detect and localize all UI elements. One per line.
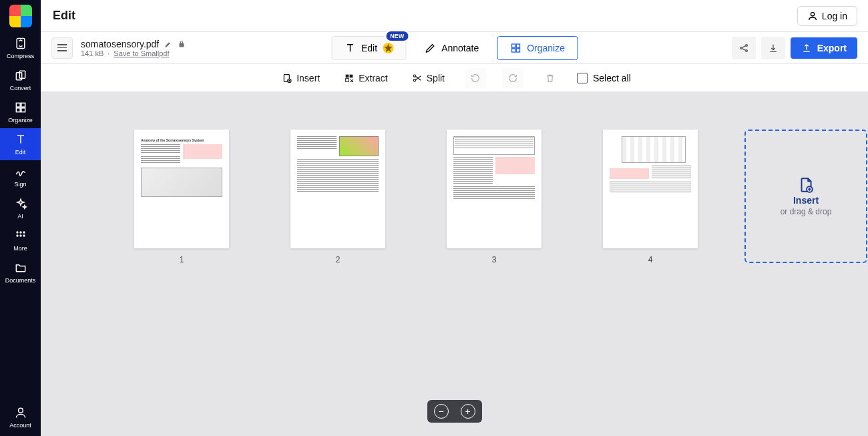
- svg-rect-15: [511, 44, 515, 47]
- compress-icon: [14, 37, 27, 50]
- rotate-left-button: [465, 68, 486, 88]
- scissors-icon: [412, 73, 423, 83]
- sidebar-item-account[interactable]: Account: [9, 401, 31, 433]
- file-header: somatosensory.pdf 141 kB · Save to Small…: [41, 32, 868, 64]
- sidebar-item-organize[interactable]: Organize: [0, 96, 41, 128]
- export-button[interactable]: Export: [791, 37, 857, 59]
- svg-point-21: [745, 49, 747, 51]
- svg-point-14: [811, 12, 814, 15]
- login-label: Log in: [822, 11, 847, 21]
- rotate-right-icon: [507, 73, 518, 83]
- sign-icon: [14, 165, 27, 178]
- app-logo[interactable]: [0, 0, 41, 32]
- page-number: 1: [180, 255, 184, 264]
- split-button[interactable]: Split: [408, 70, 449, 86]
- svg-rect-3: [16, 103, 20, 107]
- svg-rect-25: [350, 74, 353, 77]
- page-thumbnail[interactable]: Anatomy of the Somatosensory System: [134, 130, 229, 264]
- sidebar-label: Convert: [10, 85, 31, 91]
- svg-point-11: [19, 234, 21, 236]
- svg-point-20: [745, 44, 747, 46]
- download-icon: [768, 43, 779, 53]
- sidebar-item-more[interactable]: More: [0, 224, 41, 256]
- svg-rect-6: [21, 108, 25, 112]
- tool-label: Insert: [296, 73, 320, 83]
- select-all-checkbox[interactable]: Select all: [577, 73, 631, 83]
- new-badge: NEW: [385, 30, 409, 42]
- trash-icon: [545, 73, 556, 83]
- svg-rect-2: [19, 71, 25, 78]
- sidebar-item-documents[interactable]: Documents: [0, 256, 41, 288]
- folder-icon: [14, 261, 27, 274]
- organize-icon: [509, 42, 521, 54]
- text-icon: [344, 42, 356, 54]
- rotate-right-button: [502, 68, 523, 88]
- tool-label: Split: [427, 73, 445, 83]
- sidebar-item-ai[interactable]: AI: [0, 192, 41, 224]
- page-canvas: Anatomy of the Somatosensory System: [41, 92, 868, 436]
- mode-tab-annotate[interactable]: Annotate: [411, 36, 491, 60]
- sidebar-item-sign[interactable]: Sign: [0, 160, 41, 192]
- organize-toolbar: Insert Extract Split Select all: [41, 64, 868, 92]
- insert-file-icon: [797, 176, 815, 194]
- mode-tab-edit[interactable]: Edit NEW: [331, 36, 406, 60]
- page-number: 4: [648, 255, 653, 264]
- file-name: somatosensory.pdf: [81, 39, 159, 49]
- share-button[interactable]: [732, 37, 756, 59]
- page-title: Edit: [51, 9, 75, 23]
- svg-point-12: [23, 234, 25, 236]
- insert-drop-target[interactable]: Insert or drag & drop: [744, 130, 867, 263]
- mode-label: Annotate: [441, 43, 479, 53]
- sidebar-item-convert[interactable]: Convert: [0, 64, 41, 96]
- svg-rect-17: [511, 48, 515, 51]
- page-thumbnail[interactable]: 4: [603, 130, 698, 264]
- sidebar-item-compress[interactable]: Compress: [0, 32, 41, 64]
- doc-heading: Anatomy of the Somatosensory System: [141, 139, 222, 142]
- sidebar-item-edit[interactable]: Edit: [0, 128, 41, 160]
- mode-tab-organize[interactable]: Organize: [497, 36, 578, 60]
- grid-icon: [14, 229, 27, 242]
- checkbox-icon: [577, 73, 588, 83]
- save-link[interactable]: Save to Smallpdf: [114, 49, 169, 57]
- pen-icon: [424, 42, 436, 54]
- extract-button[interactable]: Extract: [340, 70, 392, 86]
- svg-rect-24: [346, 74, 349, 77]
- convert-icon: [14, 69, 27, 82]
- page-number: 3: [492, 255, 497, 264]
- insert-sublabel: or drag & drop: [781, 207, 832, 216]
- tool-label: Extract: [359, 73, 388, 83]
- zoom-in-button[interactable]: +: [461, 404, 475, 419]
- sidebar-label: Documents: [5, 277, 36, 284]
- menu-button[interactable]: [51, 37, 73, 59]
- lock-icon[interactable]: [178, 40, 186, 48]
- svg-rect-4: [21, 103, 25, 107]
- app-header: Edit Log in: [41, 0, 868, 32]
- sidebar-label: Edit: [15, 149, 26, 156]
- upload-icon: [801, 43, 812, 53]
- ai-sparkle-icon: [14, 197, 27, 210]
- tool-label: Select all: [593, 73, 631, 83]
- sidebar-label: Sign: [14, 181, 26, 188]
- sidebar-label: AI: [17, 213, 23, 220]
- page-number: 2: [336, 255, 341, 264]
- login-button[interactable]: Log in: [797, 6, 857, 26]
- svg-rect-18: [516, 48, 519, 51]
- zoom-controls: − +: [427, 400, 482, 423]
- svg-rect-5: [16, 108, 20, 112]
- pencil-icon[interactable]: [164, 40, 172, 48]
- svg-point-9: [23, 231, 25, 233]
- page-thumbnail[interactable]: 2: [290, 130, 385, 264]
- svg-rect-16: [516, 44, 519, 47]
- mode-label: Edit: [361, 43, 377, 53]
- insert-label: Insert: [793, 195, 819, 206]
- user-icon: [807, 11, 818, 21]
- left-sidebar: Compress Convert Organize Edit Sign AI: [0, 0, 41, 436]
- page-thumbnail[interactable]: 3: [447, 130, 541, 264]
- download-button[interactable]: [761, 37, 785, 59]
- file-size: 141 kB: [81, 49, 103, 57]
- svg-point-8: [19, 231, 21, 233]
- zoom-out-button[interactable]: −: [434, 404, 449, 419]
- insert-button[interactable]: Insert: [278, 70, 324, 86]
- extract-icon: [344, 73, 355, 83]
- svg-point-7: [16, 231, 18, 233]
